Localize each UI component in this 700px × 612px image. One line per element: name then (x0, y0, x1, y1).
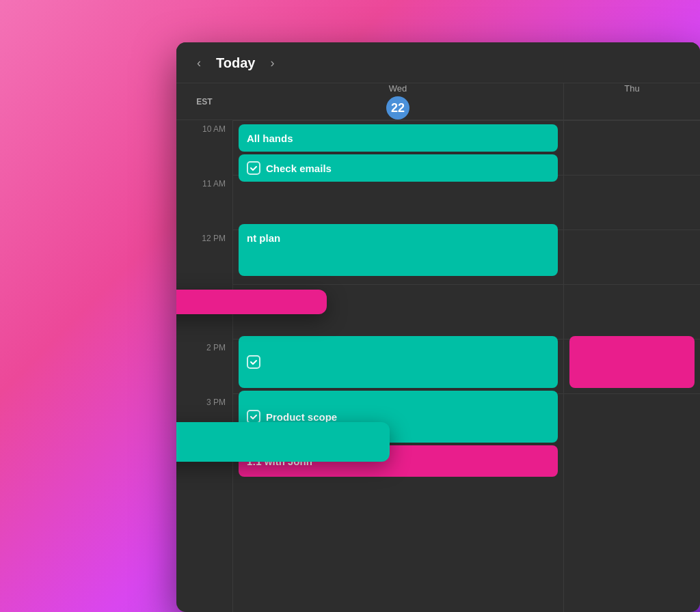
col-header-row: EST Wed 22 Thu (176, 83, 700, 120)
wed-name: Wed (389, 83, 407, 94)
wed-number: 22 (386, 96, 409, 120)
content-plan-label: nt plan (247, 232, 280, 244)
event-workout-wed[interactable] (239, 336, 558, 388)
wed-header[interactable]: Wed 22 (232, 83, 563, 120)
time-label-12pm: 12 PM (202, 234, 226, 243)
time-slot-11am: 11 AM (176, 175, 232, 230)
time-label-10am: 10 AM (202, 124, 226, 134)
time-slot-12pm: 12 PM (176, 230, 232, 284)
calendar-grid: 10 AM 11 AM 12 PM 1 PM 2 PM 3 PM (176, 120, 700, 612)
event-thu-pink[interactable] (569, 336, 695, 388)
calendar-window: ‹ Today › EST Wed 22 Thu 10 AM 11 AM 12 … (176, 42, 700, 612)
timezone-label: EST (176, 97, 232, 107)
workout-checkbox (247, 355, 260, 369)
product-scope-label: Product scope (266, 411, 337, 423)
next-button[interactable]: › (266, 55, 278, 72)
check-emails-label: Check emails (266, 163, 332, 174)
time-label-2pm: 2 PM (206, 343, 226, 352)
calendar-header: ‹ Today › (176, 42, 700, 83)
thu-header[interactable]: Thu (563, 83, 700, 120)
event-all-hands[interactable]: All hands (239, 124, 558, 152)
thu-number (621, 96, 644, 120)
thu-grid (563, 120, 700, 612)
time-slot-10am: 10 AM (176, 120, 232, 175)
today-label: Today (216, 55, 255, 71)
workout-card[interactable] (176, 422, 390, 462)
event-check-emails[interactable]: Check emails (239, 154, 558, 182)
check-emails-checkbox (247, 161, 260, 175)
time-label-11am: 11 AM (202, 179, 226, 189)
thu-name: Thu (624, 83, 639, 94)
event-content-plan[interactable]: nt plan (239, 224, 558, 276)
all-hands-label: All hands (247, 133, 293, 144)
wed-grid: All hands Check emails nt plan (232, 120, 563, 612)
product-scope-checkbox (247, 410, 260, 423)
time-slot-2pm: 2 PM (176, 339, 232, 393)
urgent-meeting-card[interactable] (176, 290, 327, 314)
prev-button[interactable]: ‹ (193, 55, 205, 72)
time-column: 10 AM 11 AM 12 PM 1 PM 2 PM 3 PM (176, 120, 232, 612)
time-label-3pm: 3 PM (206, 398, 226, 407)
